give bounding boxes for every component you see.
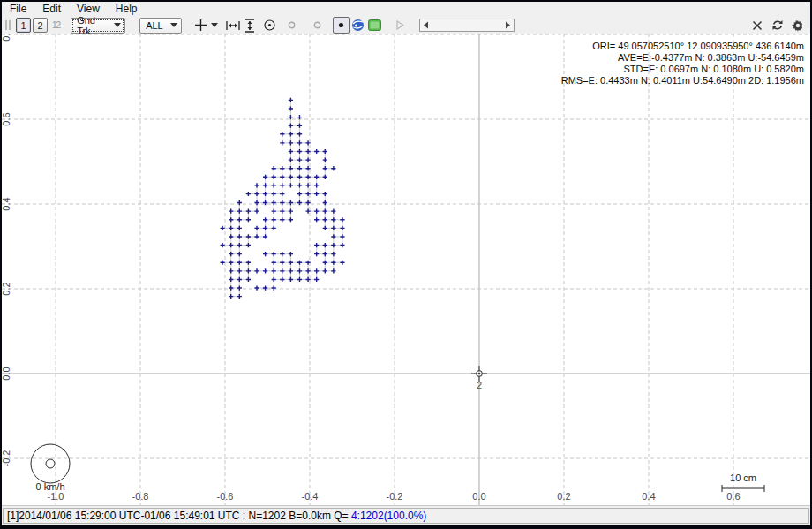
y-tick-label: 0.8: [2, 34, 11, 42]
solution-point: [323, 157, 327, 162]
solution-point: [237, 261, 242, 265]
solution-point: [314, 175, 319, 179]
solution-point: [280, 209, 284, 214]
solution-point: [246, 217, 251, 222]
center-cursor-button[interactable]: [192, 17, 209, 34]
solution-point: [280, 252, 284, 256]
y-tick-label: -0.2: [2, 450, 11, 467]
solution-point: [280, 192, 284, 196]
fix-center-button[interactable]: [333, 17, 350, 34]
solution-point: [314, 268, 319, 273]
solution-select[interactable]: ALL: [139, 18, 182, 34]
solution-point: [272, 285, 276, 290]
center-cursor-dropdown[interactable]: [209, 17, 219, 34]
solution-point: [323, 243, 327, 247]
plot1-button[interactable]: 1: [16, 18, 31, 33]
plot2-button[interactable]: 2: [33, 18, 48, 33]
solution-point: [314, 209, 319, 214]
solution-point: [237, 217, 242, 222]
chevron-down-icon: [211, 23, 218, 27]
solution-point: [289, 115, 293, 119]
solution-point: [254, 226, 259, 230]
solution-point: [289, 157, 293, 162]
solution-point: [246, 243, 251, 247]
google-earth-button[interactable]: [350, 17, 366, 34]
ground-track-plot[interactable]: -1.0-0.8-0.6-0.4-0.20.00.20.40.6-0.20.00…: [2, 34, 810, 505]
chevron-down-icon: [114, 23, 121, 27]
solution-point: [314, 192, 319, 196]
solution-point: [289, 140, 293, 145]
solution-point: [331, 209, 335, 214]
solution-point: [289, 132, 293, 136]
solution-point: [297, 261, 302, 265]
circle-dot-icon: [263, 19, 276, 32]
solution-point: [289, 149, 293, 154]
gear-icon: [792, 19, 804, 32]
plot-canvas[interactable]: -1.0-0.8-0.6-0.4-0.20.00.20.40.6-0.20.00…: [2, 34, 810, 505]
solution-point: [237, 243, 242, 247]
solution-point: [323, 149, 327, 154]
solution-point: [289, 106, 293, 110]
toolbar: 1 2 12 Gnd Trk ALL: [2, 16, 810, 34]
solution-point: [297, 132, 302, 136]
solution-point: [272, 226, 276, 230]
origin-marker-dot: [478, 373, 480, 374]
solution-point: [221, 261, 225, 265]
x-tick-label: 0.4: [642, 491, 655, 502]
solution-point: [280, 175, 284, 179]
solution-point: [263, 268, 267, 273]
solution-point: [280, 166, 284, 170]
solution-point: [289, 124, 293, 128]
solution-point: [254, 234, 259, 238]
solution-point: [263, 234, 267, 238]
scroll-left-icon[interactable]: [423, 21, 429, 29]
option-circle-2-button[interactable]: [309, 17, 326, 34]
menu-edit[interactable]: Edit: [34, 2, 69, 16]
plot-type-select[interactable]: Gnd Trk: [71, 18, 125, 34]
scroll-right-icon[interactable]: [505, 21, 511, 29]
solution-point: [314, 183, 319, 187]
small-circle-icon: [288, 21, 296, 29]
solution-point: [289, 268, 293, 273]
time-scrollbar[interactable]: [419, 19, 515, 32]
solution-point: [263, 183, 267, 187]
solution-point: [331, 261, 335, 265]
solution-point: [254, 183, 259, 187]
stat-ori: ORI= 49.057052510° 12.090935950° 436.614…: [561, 41, 804, 52]
options-button[interactable]: [789, 17, 806, 34]
solution-point: [229, 234, 233, 238]
solution-point: [272, 166, 276, 170]
fit-horizontal-icon: [226, 20, 240, 31]
speed-dial-circle: [31, 444, 70, 483]
solution-point: [297, 115, 302, 119]
fit-horizontal-button[interactable]: [224, 17, 241, 34]
menu-help[interactable]: Help: [108, 2, 146, 16]
center-origin-button[interactable]: [261, 17, 278, 34]
solution-point: [272, 192, 276, 196]
status-bar: [1]2014/01/06 15:29:00 UTC-01/06 15:49:0…: [2, 505, 810, 525]
split-view-button[interactable]: 12: [52, 20, 60, 30]
clear-button[interactable]: [748, 17, 765, 34]
solution-point: [246, 261, 251, 265]
y-tick-label: 0.0: [2, 367, 11, 380]
stat-std: STD=E: 0.0697m N: 0.1080m U: 0.5820m: [561, 64, 804, 75]
menu-file[interactable]: File: [2, 2, 34, 16]
fit-vertical-button[interactable]: [241, 17, 258, 34]
solution-point: [229, 268, 233, 273]
solution-point: [297, 183, 302, 187]
status-time-range: [1]2014/01/06 15:29:00 UTC-01/06 15:49:0…: [7, 510, 351, 522]
google-earth-globe-icon: [351, 19, 365, 32]
solution-point: [314, 243, 319, 247]
map-view-button[interactable]: [366, 17, 383, 34]
solution-point: [263, 217, 267, 222]
solution-point: [272, 209, 276, 214]
solution-point: [323, 261, 327, 265]
solution-point: [254, 192, 259, 196]
animate-play-button[interactable]: [392, 17, 409, 34]
toolbar-grip[interactable]: [5, 20, 12, 30]
solution-point: [272, 217, 276, 222]
x-tick-label: 0.6: [726, 491, 740, 502]
solution-point: [331, 268, 335, 273]
refresh-button[interactable]: [769, 17, 786, 34]
option-circle-1-button[interactable]: [283, 17, 300, 34]
